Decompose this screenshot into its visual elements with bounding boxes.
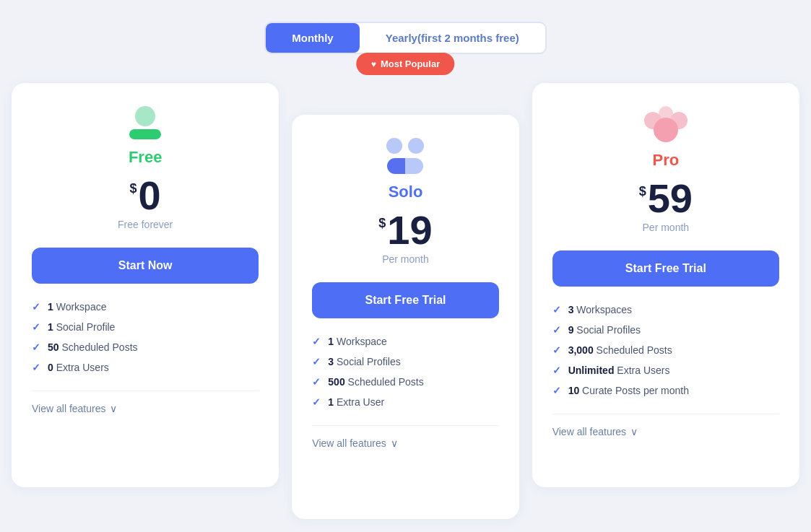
check-icon-p5: ✓ — [552, 385, 561, 396]
free-feature-2: ✓1 Social Profile — [32, 321, 259, 333]
pro-plan-card: Pro $ 59 Per month Start Free Trial ✓3 W… — [532, 83, 799, 487]
solo-plan-name: Solo — [312, 183, 498, 201]
pro-cta-button[interactable]: Start Free Trial — [552, 250, 779, 287]
free-plan-icon — [32, 106, 259, 139]
solo-icon-dots — [386, 138, 424, 154]
chevron-down-icon: ∨ — [110, 403, 117, 414]
most-popular-badge-wrap: Most Popular — [357, 53, 454, 75]
free-f4-highlight: 0 — [48, 362, 53, 373]
pro-f5-highlight: 10 — [568, 385, 580, 396]
solo-feature-3: ✓500 Scheduled Posts — [312, 376, 498, 388]
solo-f1-highlight: 1 — [328, 336, 334, 347]
pro-divider — [552, 414, 779, 414]
pro-plan-icon — [552, 106, 779, 142]
plans-container: Free $ 0 Free forever Start Now ✓1 Works… — [12, 83, 799, 519]
pro-feature-5: ✓10 Curate Posts per month — [552, 385, 779, 396]
check-icon-s2: ✓ — [312, 356, 321, 367]
free-features-list: ✓1 Workspace ✓1 Social Profile ✓50 Sched… — [32, 301, 259, 373]
check-icon-p1: ✓ — [552, 304, 561, 315]
solo-dollar-sign: $ — [378, 216, 386, 231]
free-dollar-sign: $ — [130, 181, 137, 196]
solo-icon — [386, 138, 424, 174]
pro-feature-2: ✓9 Social Profiles — [552, 324, 779, 336]
pro-feature-1: ✓3 Workspaces — [552, 304, 779, 315]
pro-plan-name: Pro — [552, 151, 779, 170]
pro-price-amount: 59 — [648, 178, 693, 219]
solo-features-list: ✓1 Workspace ✓3 Social Profiles ✓500 Sch… — [312, 336, 498, 408]
solo-icon-dot-left — [386, 138, 402, 154]
solo-card-wrapper: Most Popular Solo $ 19 Per month Start F… — [292, 83, 519, 519]
solo-view-features-button[interactable]: View all features ∨ — [312, 437, 397, 449]
check-icon-1: ✓ — [32, 301, 40, 313]
yearly-toggle[interactable]: Yearly(first 2 months free) — [360, 23, 545, 53]
solo-plan-card: Solo $ 19 Per month Start Free Trial ✓1 … — [292, 115, 519, 519]
free-plan-price: $ 0 — [32, 175, 259, 216]
free-icon-body — [129, 129, 161, 139]
free-view-features-button[interactable]: View all features ∨ — [32, 403, 117, 414]
pro-plan-price: $ 59 — [552, 178, 779, 219]
pro-features-list: ✓3 Workspaces ✓9 Social Profiles ✓3,000 … — [552, 304, 779, 396]
free-icon-head — [135, 106, 155, 126]
free-plan-card: Free $ 0 Free forever Start Now ✓1 Works… — [12, 83, 279, 487]
free-plan-period: Free forever — [32, 219, 259, 230]
free-divider — [32, 391, 259, 391]
pro-dollar-sign: $ — [639, 184, 646, 199]
free-cta-button[interactable]: Start Now — [32, 248, 259, 284]
free-feature-1: ✓1 Workspace — [32, 301, 259, 313]
solo-cta-button[interactable]: Start Free Trial — [312, 282, 498, 318]
pro-f2-highlight: 9 — [568, 324, 574, 336]
free-f3-highlight: 50 — [48, 341, 59, 353]
pro-icon-circle-main — [654, 118, 678, 142]
solo-plan-period: Per month — [312, 253, 498, 265]
monthly-toggle[interactable]: Monthly — [266, 23, 360, 53]
check-icon-3: ✓ — [32, 341, 40, 353]
free-f2-highlight: 1 — [48, 321, 53, 333]
free-feature-3: ✓50 Scheduled Posts — [32, 341, 259, 353]
pro-plan-period: Per month — [552, 222, 779, 233]
check-icon-p2: ✓ — [552, 324, 561, 336]
pro-feature-3: ✓3,000 Scheduled Posts — [552, 344, 779, 356]
pro-feature-4: ✓Unlimited Extra Users — [552, 365, 779, 376]
check-icon-p3: ✓ — [552, 344, 561, 356]
check-icon-s4: ✓ — [312, 396, 321, 408]
pro-f3-highlight: 3,000 — [568, 344, 594, 356]
free-view-features-label: View all features — [32, 403, 105, 414]
check-icon-2: ✓ — [32, 321, 40, 333]
check-icon-p4: ✓ — [552, 365, 561, 376]
pro-f1-highlight: 3 — [568, 304, 574, 315]
solo-f4-highlight: 1 — [328, 396, 334, 408]
solo-f2-highlight: 3 — [328, 356, 334, 367]
pro-icon — [644, 106, 688, 142]
pro-view-features-label: View all features — [552, 426, 626, 437]
solo-plan-price: $ 19 — [312, 210, 498, 250]
pro-view-features-button[interactable]: View all features ∨ — [552, 426, 638, 437]
solo-feature-4: ✓1 Extra User — [312, 396, 498, 408]
check-icon-s3: ✓ — [312, 376, 321, 388]
solo-plan-icon — [312, 138, 498, 174]
free-plan-name: Free — [32, 148, 259, 167]
free-price-amount: 0 — [139, 175, 161, 216]
solo-icon-toggle — [387, 158, 423, 174]
chevron-down-icon-solo: ∨ — [391, 437, 398, 449]
check-icon-s1: ✓ — [312, 336, 321, 347]
solo-price-amount: 19 — [387, 210, 432, 250]
solo-divider — [312, 425, 498, 426]
solo-feature-2: ✓3 Social Profiles — [312, 356, 498, 367]
free-f1-highlight: 1 — [48, 301, 53, 313]
billing-toggle: Monthly Yearly(first 2 months free) — [264, 22, 547, 54]
solo-f3-highlight: 500 — [328, 376, 344, 388]
solo-icon-dot-right — [408, 138, 424, 154]
solo-view-features-label: View all features — [312, 437, 386, 449]
solo-feature-1: ✓1 Workspace — [312, 336, 498, 347]
most-popular-badge: Most Popular — [357, 53, 454, 75]
check-icon-4: ✓ — [32, 362, 40, 373]
free-icon — [129, 106, 161, 139]
free-feature-4: ✓0 Extra Users — [32, 362, 259, 373]
pro-f4-highlight: Unlimited — [568, 365, 615, 376]
chevron-down-icon-pro: ∨ — [630, 426, 638, 437]
